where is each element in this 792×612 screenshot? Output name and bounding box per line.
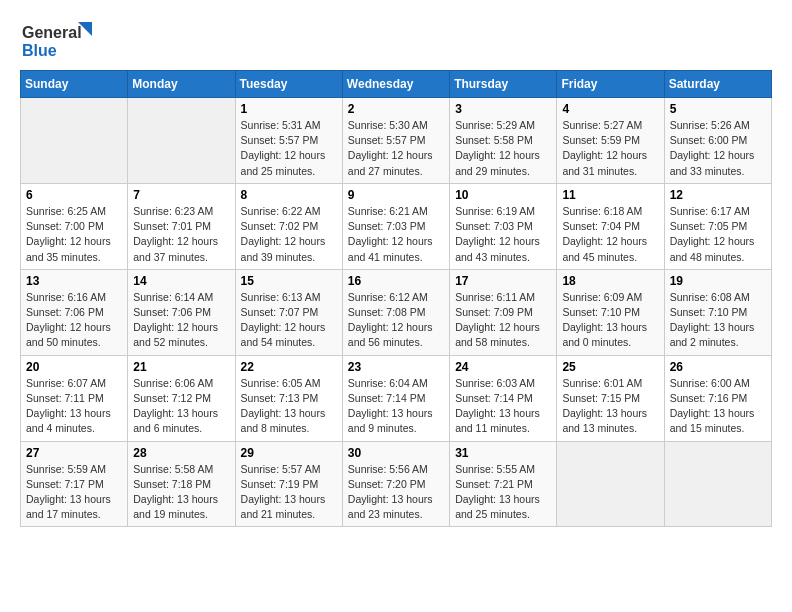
calendar-cell: 29Sunrise: 5:57 AM Sunset: 7:19 PM Dayli… bbox=[235, 441, 342, 527]
day-number: 11 bbox=[562, 188, 658, 202]
calendar-cell: 15Sunrise: 6:13 AM Sunset: 7:07 PM Dayli… bbox=[235, 269, 342, 355]
calendar-cell: 14Sunrise: 6:14 AM Sunset: 7:06 PM Dayli… bbox=[128, 269, 235, 355]
day-number: 23 bbox=[348, 360, 444, 374]
day-info: Sunrise: 6:19 AM Sunset: 7:03 PM Dayligh… bbox=[455, 204, 551, 265]
page-header: GeneralBlue bbox=[20, 20, 772, 60]
calendar-cell bbox=[664, 441, 771, 527]
day-number: 20 bbox=[26, 360, 122, 374]
calendar-week-3: 13Sunrise: 6:16 AM Sunset: 7:06 PM Dayli… bbox=[21, 269, 772, 355]
day-info: Sunrise: 6:01 AM Sunset: 7:15 PM Dayligh… bbox=[562, 376, 658, 437]
day-header-monday: Monday bbox=[128, 71, 235, 98]
day-number: 2 bbox=[348, 102, 444, 116]
day-info: Sunrise: 6:23 AM Sunset: 7:01 PM Dayligh… bbox=[133, 204, 229, 265]
day-number: 21 bbox=[133, 360, 229, 374]
day-number: 4 bbox=[562, 102, 658, 116]
day-number: 5 bbox=[670, 102, 766, 116]
day-info: Sunrise: 6:03 AM Sunset: 7:14 PM Dayligh… bbox=[455, 376, 551, 437]
day-number: 31 bbox=[455, 446, 551, 460]
day-info: Sunrise: 6:13 AM Sunset: 7:07 PM Dayligh… bbox=[241, 290, 337, 351]
day-header-tuesday: Tuesday bbox=[235, 71, 342, 98]
calendar-cell bbox=[21, 98, 128, 184]
day-number: 28 bbox=[133, 446, 229, 460]
day-info: Sunrise: 6:05 AM Sunset: 7:13 PM Dayligh… bbox=[241, 376, 337, 437]
day-info: Sunrise: 5:56 AM Sunset: 7:20 PM Dayligh… bbox=[348, 462, 444, 523]
day-info: Sunrise: 6:14 AM Sunset: 7:06 PM Dayligh… bbox=[133, 290, 229, 351]
day-number: 6 bbox=[26, 188, 122, 202]
day-info: Sunrise: 5:29 AM Sunset: 5:58 PM Dayligh… bbox=[455, 118, 551, 179]
day-info: Sunrise: 6:00 AM Sunset: 7:16 PM Dayligh… bbox=[670, 376, 766, 437]
day-number: 27 bbox=[26, 446, 122, 460]
day-number: 22 bbox=[241, 360, 337, 374]
day-number: 13 bbox=[26, 274, 122, 288]
day-number: 3 bbox=[455, 102, 551, 116]
svg-text:Blue: Blue bbox=[22, 42, 57, 59]
day-number: 18 bbox=[562, 274, 658, 288]
calendar-week-5: 27Sunrise: 5:59 AM Sunset: 7:17 PM Dayli… bbox=[21, 441, 772, 527]
day-number: 19 bbox=[670, 274, 766, 288]
day-number: 16 bbox=[348, 274, 444, 288]
day-info: Sunrise: 5:58 AM Sunset: 7:18 PM Dayligh… bbox=[133, 462, 229, 523]
day-header-friday: Friday bbox=[557, 71, 664, 98]
calendar-cell: 6Sunrise: 6:25 AM Sunset: 7:00 PM Daylig… bbox=[21, 183, 128, 269]
calendar-cell bbox=[128, 98, 235, 184]
day-info: Sunrise: 6:17 AM Sunset: 7:05 PM Dayligh… bbox=[670, 204, 766, 265]
day-info: Sunrise: 5:30 AM Sunset: 5:57 PM Dayligh… bbox=[348, 118, 444, 179]
calendar-cell: 8Sunrise: 6:22 AM Sunset: 7:02 PM Daylig… bbox=[235, 183, 342, 269]
calendar-cell: 25Sunrise: 6:01 AM Sunset: 7:15 PM Dayli… bbox=[557, 355, 664, 441]
calendar-cell: 9Sunrise: 6:21 AM Sunset: 7:03 PM Daylig… bbox=[342, 183, 449, 269]
day-header-wednesday: Wednesday bbox=[342, 71, 449, 98]
day-info: Sunrise: 6:11 AM Sunset: 7:09 PM Dayligh… bbox=[455, 290, 551, 351]
day-info: Sunrise: 6:21 AM Sunset: 7:03 PM Dayligh… bbox=[348, 204, 444, 265]
day-info: Sunrise: 6:09 AM Sunset: 7:10 PM Dayligh… bbox=[562, 290, 658, 351]
calendar-cell bbox=[557, 441, 664, 527]
day-info: Sunrise: 5:55 AM Sunset: 7:21 PM Dayligh… bbox=[455, 462, 551, 523]
day-info: Sunrise: 6:06 AM Sunset: 7:12 PM Dayligh… bbox=[133, 376, 229, 437]
day-header-thursday: Thursday bbox=[450, 71, 557, 98]
calendar-cell: 19Sunrise: 6:08 AM Sunset: 7:10 PM Dayli… bbox=[664, 269, 771, 355]
day-number: 24 bbox=[455, 360, 551, 374]
calendar-cell: 4Sunrise: 5:27 AM Sunset: 5:59 PM Daylig… bbox=[557, 98, 664, 184]
calendar-cell: 10Sunrise: 6:19 AM Sunset: 7:03 PM Dayli… bbox=[450, 183, 557, 269]
calendar-cell: 1Sunrise: 5:31 AM Sunset: 5:57 PM Daylig… bbox=[235, 98, 342, 184]
calendar-cell: 26Sunrise: 6:00 AM Sunset: 7:16 PM Dayli… bbox=[664, 355, 771, 441]
day-number: 30 bbox=[348, 446, 444, 460]
day-number: 8 bbox=[241, 188, 337, 202]
calendar-cell: 17Sunrise: 6:11 AM Sunset: 7:09 PM Dayli… bbox=[450, 269, 557, 355]
day-number: 15 bbox=[241, 274, 337, 288]
logo: GeneralBlue bbox=[20, 20, 100, 60]
calendar-cell: 31Sunrise: 5:55 AM Sunset: 7:21 PM Dayli… bbox=[450, 441, 557, 527]
day-info: Sunrise: 5:57 AM Sunset: 7:19 PM Dayligh… bbox=[241, 462, 337, 523]
calendar-week-1: 1Sunrise: 5:31 AM Sunset: 5:57 PM Daylig… bbox=[21, 98, 772, 184]
calendar-week-4: 20Sunrise: 6:07 AM Sunset: 7:11 PM Dayli… bbox=[21, 355, 772, 441]
logo-icon: GeneralBlue bbox=[20, 20, 100, 60]
day-info: Sunrise: 5:31 AM Sunset: 5:57 PM Dayligh… bbox=[241, 118, 337, 179]
calendar-cell: 13Sunrise: 6:16 AM Sunset: 7:06 PM Dayli… bbox=[21, 269, 128, 355]
day-number: 12 bbox=[670, 188, 766, 202]
day-number: 10 bbox=[455, 188, 551, 202]
svg-text:General: General bbox=[22, 24, 82, 41]
day-header-sunday: Sunday bbox=[21, 71, 128, 98]
day-header-saturday: Saturday bbox=[664, 71, 771, 98]
calendar-week-2: 6Sunrise: 6:25 AM Sunset: 7:00 PM Daylig… bbox=[21, 183, 772, 269]
calendar-cell: 21Sunrise: 6:06 AM Sunset: 7:12 PM Dayli… bbox=[128, 355, 235, 441]
calendar-cell: 7Sunrise: 6:23 AM Sunset: 7:01 PM Daylig… bbox=[128, 183, 235, 269]
day-number: 14 bbox=[133, 274, 229, 288]
day-number: 29 bbox=[241, 446, 337, 460]
calendar-cell: 18Sunrise: 6:09 AM Sunset: 7:10 PM Dayli… bbox=[557, 269, 664, 355]
day-info: Sunrise: 6:07 AM Sunset: 7:11 PM Dayligh… bbox=[26, 376, 122, 437]
day-number: 9 bbox=[348, 188, 444, 202]
calendar-cell: 16Sunrise: 6:12 AM Sunset: 7:08 PM Dayli… bbox=[342, 269, 449, 355]
day-info: Sunrise: 5:59 AM Sunset: 7:17 PM Dayligh… bbox=[26, 462, 122, 523]
day-info: Sunrise: 6:22 AM Sunset: 7:02 PM Dayligh… bbox=[241, 204, 337, 265]
day-info: Sunrise: 6:04 AM Sunset: 7:14 PM Dayligh… bbox=[348, 376, 444, 437]
calendar-cell: 5Sunrise: 5:26 AM Sunset: 6:00 PM Daylig… bbox=[664, 98, 771, 184]
header-row: SundayMondayTuesdayWednesdayThursdayFrid… bbox=[21, 71, 772, 98]
day-number: 7 bbox=[133, 188, 229, 202]
day-number: 17 bbox=[455, 274, 551, 288]
calendar-cell: 22Sunrise: 6:05 AM Sunset: 7:13 PM Dayli… bbox=[235, 355, 342, 441]
calendar-cell: 11Sunrise: 6:18 AM Sunset: 7:04 PM Dayli… bbox=[557, 183, 664, 269]
calendar-cell: 2Sunrise: 5:30 AM Sunset: 5:57 PM Daylig… bbox=[342, 98, 449, 184]
calendar-cell: 27Sunrise: 5:59 AM Sunset: 7:17 PM Dayli… bbox=[21, 441, 128, 527]
calendar-cell: 20Sunrise: 6:07 AM Sunset: 7:11 PM Dayli… bbox=[21, 355, 128, 441]
day-info: Sunrise: 5:26 AM Sunset: 6:00 PM Dayligh… bbox=[670, 118, 766, 179]
